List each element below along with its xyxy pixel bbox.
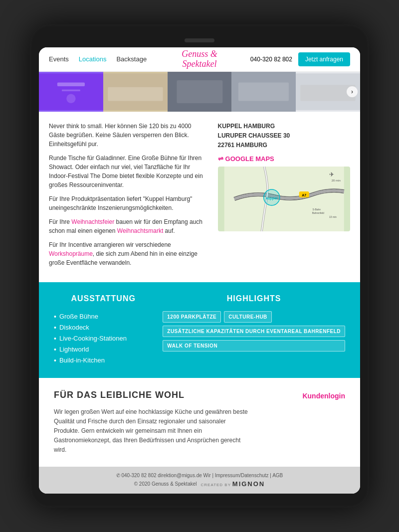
- weihnachtsmarkt-link[interactable]: Weihnachtsmarkt: [117, 227, 163, 234]
- map-preview: A7 kuppel ✈ 20 min S-Bahn Bahrenfeld: [218, 167, 350, 231]
- logo-line1: Genuss &: [182, 49, 217, 59]
- nav-right: 040-320 82 802 Jetzt anfragen: [250, 52, 350, 66]
- list-item: Lightworld: [54, 344, 153, 355]
- teal-section: AUSSTATTUNG Große Bühne Diskodeck Live-C…: [39, 282, 360, 378]
- footer-bottom: © 2020 Genuss & Spektakel created by MIG…: [49, 480, 350, 488]
- content-left: Never think to small. Hier können Sie 12…: [49, 122, 208, 272]
- google-maps-link[interactable]: ⇌ GOOGLE MAPS: [218, 155, 274, 163]
- venue-city: 22761 HAMBURG: [218, 141, 350, 150]
- list-item: Live-Cooking-Stationen: [54, 333, 153, 344]
- photo-3: [168, 72, 232, 112]
- kundenlogin-link[interactable]: Kundenlogin: [302, 392, 345, 400]
- badges-row-1: 1200 PARKPLÄTZE CULTURE-HUB: [163, 311, 345, 323]
- paragraph-5: Für Ihr Incentive arrangieren wir versch…: [49, 240, 208, 267]
- cta-button[interactable]: Jetzt anfragen: [298, 52, 350, 66]
- svg-rect-7: [177, 80, 222, 103]
- venue-name: KUPPEL HAMBURG: [218, 122, 350, 131]
- svg-text:✈: ✈: [329, 171, 334, 178]
- food-left: FÜR DAS LEIBLICHE WOHL Wir legen großen …: [54, 390, 249, 455]
- google-maps-label: GOOGLE MAPS: [225, 155, 274, 163]
- strip-next-button[interactable]: ›: [347, 86, 358, 97]
- footer: ✆ 040-320 82 802 direktion@migus.de Wir …: [39, 467, 360, 494]
- badges-grid: 1200 PARKPLÄTZE CULTURE-HUB ZUSÄTZLICHE …: [163, 311, 345, 352]
- svg-rect-2: [62, 89, 80, 91]
- photo-strip: ›: [39, 72, 360, 112]
- paragraph-2: Runde Tische für Galadinner. Eine Große …: [49, 154, 208, 189]
- address-block: KUPPEL HAMBURG LURUPER CHAUSSEE 30 22761…: [218, 122, 350, 151]
- photo-4: [231, 72, 296, 112]
- mignon-brand: MIGNON: [232, 480, 265, 488]
- food-right: Kundenlogin: [264, 390, 345, 400]
- footer-created-by: created by MIGNON: [201, 480, 265, 488]
- camera-notch: [185, 38, 214, 42]
- svg-rect-1: [57, 82, 85, 86]
- svg-rect-9: [238, 82, 289, 101]
- svg-text:S-Bahn: S-Bahn: [312, 208, 321, 211]
- ausstattung-column: AUSSTATTUNG Große Bühne Diskodeck Live-C…: [54, 294, 153, 366]
- badge-walk-of-tension: WALK OF TENSION: [163, 340, 345, 352]
- food-title: FÜR DAS LEIBLICHE WOHL: [54, 390, 249, 400]
- tablet-frame: Events Locations Backstage Genuss & Spek…: [30, 24, 369, 508]
- food-body: Wir legen großen Wert auf eine hochklass…: [54, 407, 249, 455]
- badge-kapazitaeten: ZUSÄTZLICHE KAPAZITÄTEN DURCH EVENTAREAL…: [163, 326, 345, 337]
- ausstattung-title: AUSSTATTUNG: [54, 294, 153, 303]
- photo-1: [39, 72, 103, 112]
- venue-street: LURUPER CHAUSSEE 30: [218, 131, 350, 141]
- nav-links: Events Locations Backstage: [49, 55, 147, 63]
- weihnachtsfeier-link[interactable]: Weihnachtsfeier: [71, 218, 114, 225]
- nav-events[interactable]: Events: [49, 55, 69, 63]
- nav-backstage[interactable]: Backstage: [116, 55, 147, 63]
- paragraph-4: Für Ihre Weihnachtsfeier bauen wir für d…: [49, 217, 208, 235]
- navigation: Events Locations Backstage Genuss & Spek…: [39, 47, 360, 72]
- badges-row-2: ZUSÄTZLICHE KAPAZITÄTEN DURCH EVENTAREAL…: [163, 326, 345, 337]
- phone-number: 040-320 82 802: [250, 56, 292, 63]
- svg-text:Bahrenfeld: Bahrenfeld: [312, 211, 324, 214]
- map-pin-icon: ⇌: [218, 155, 223, 163]
- paragraph-3: Für Ihre Produktpräsentation liefert "Ku…: [49, 194, 208, 212]
- svg-point-3: [66, 94, 75, 103]
- svg-rect-5: [108, 87, 163, 101]
- svg-text:A7: A7: [302, 193, 306, 197]
- content-right: KUPPEL HAMBURG LURUPER CHAUSSEE 30 22761…: [218, 122, 350, 272]
- footer-contact-line: ✆ 040-320 82 802 direktion@migus.de Wir …: [49, 473, 350, 478]
- footer-copyright: © 2020 Genuss & Spektakel: [134, 481, 197, 487]
- badges-row-3: WALK OF TENSION: [163, 340, 345, 352]
- badge-culture-hub: CULTURE-HUB: [224, 311, 272, 323]
- badge-parkplaetze: 1200 PARKPLÄTZE: [163, 311, 221, 323]
- svg-text:kuppel: kuppel: [266, 196, 278, 200]
- svg-rect-0: [39, 73, 103, 110]
- paragraph-1: Never think to small. Hier können Sie 12…: [49, 122, 208, 149]
- photo-2: [103, 72, 168, 112]
- highlights-column: HIGHLIGHTS 1200 PARKPLÄTZE CULTURE-HUB Z…: [163, 294, 345, 366]
- svg-text:13 min: 13 min: [329, 215, 336, 218]
- nav-locations[interactable]: Locations: [79, 55, 107, 63]
- svg-text:20 min: 20 min: [331, 179, 340, 182]
- site-logo: Genuss & Spektakel: [182, 49, 217, 69]
- workshopraeume-link[interactable]: Workshopräume: [49, 250, 93, 257]
- ausstattung-list: Große Bühne Diskodeck Live-Cooking-Stati…: [54, 311, 153, 366]
- food-section: FÜR DAS LEIBLICHE WOHL Wir legen großen …: [39, 378, 360, 467]
- list-item: Große Bühne: [54, 311, 153, 322]
- highlights-title: HIGHLIGHTS: [163, 294, 345, 303]
- list-item: Diskodeck: [54, 322, 153, 333]
- logo-line2: Spektakel: [182, 59, 217, 69]
- tablet-screen: Events Locations Backstage Genuss & Spek…: [39, 47, 360, 494]
- list-item: Build-in-Kitchen: [54, 355, 153, 366]
- main-content: Never think to small. Hier können Sie 12…: [39, 112, 360, 282]
